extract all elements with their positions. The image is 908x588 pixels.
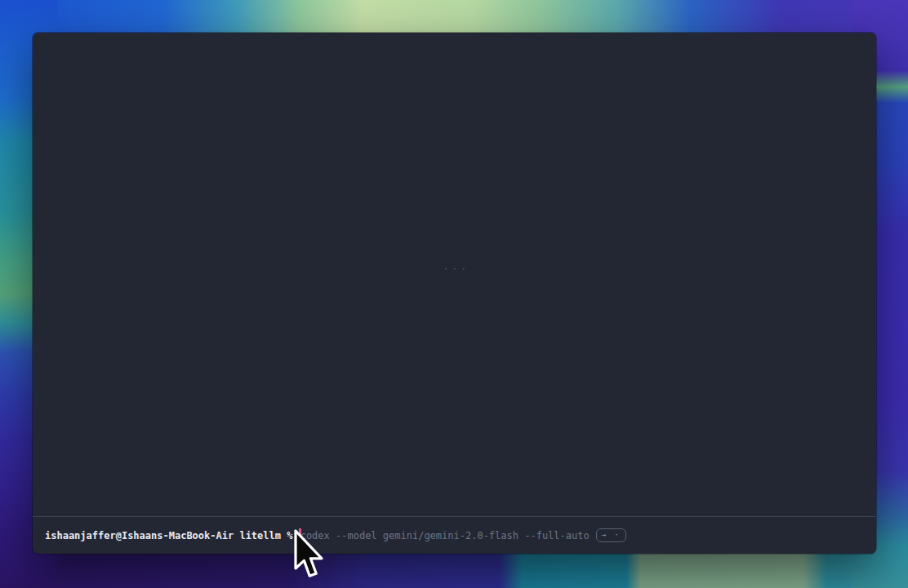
accept-suggestion-hint[interactable]: → · [596, 528, 626, 542]
terminal-prompt-bar[interactable]: ishaanjaffer@Ishaans-MacBook-Air litellm… [33, 516, 876, 554]
loading-indicator: ··· [443, 262, 469, 274]
prompt-spacer [292, 529, 298, 542]
terminal-window[interactable]: ··· ishaanjaffer@Ishaans-MacBook-Air lit… [33, 33, 876, 554]
autosuggestion-text: codex --model gemini/gemini-2.0-flash --… [300, 529, 590, 542]
shell-prompt: ishaanjaffer@Ishaans-MacBook-Air litellm… [45, 529, 292, 542]
desktop: ··· ishaanjaffer@Ishaans-MacBook-Air lit… [0, 0, 908, 588]
text-cursor [299, 528, 301, 541]
terminal-output-area[interactable]: ··· [33, 33, 876, 515]
